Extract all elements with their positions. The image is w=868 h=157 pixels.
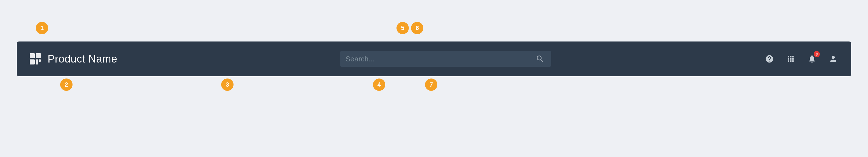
annotation-badge-1: 1: [36, 22, 48, 34]
search-button[interactable]: [534, 53, 546, 64]
svg-rect-4: [36, 59, 38, 64]
search-icon: [536, 54, 545, 63]
svg-rect-3: [30, 59, 35, 64]
page-wrapper: 1 2 3 4 5 6 7 Product Name: [0, 0, 868, 157]
search-input[interactable]: [345, 55, 531, 63]
notifications-button[interactable]: 3: [805, 52, 819, 66]
svg-rect-2: [36, 53, 41, 58]
svg-rect-1: [30, 53, 35, 58]
notification-count: 3: [814, 51, 820, 57]
apps-icon: [786, 54, 795, 63]
logo-area: Product Name: [28, 52, 117, 66]
annotation-badge-2: 2: [60, 78, 72, 91]
logo-icon: [28, 52, 42, 66]
product-name: Product Name: [48, 53, 117, 65]
help-button[interactable]: [763, 52, 776, 66]
svg-rect-5: [39, 59, 41, 62]
right-icons: 3: [763, 52, 840, 66]
user-icon: [829, 54, 838, 63]
apps-button[interactable]: [784, 52, 798, 66]
user-button[interactable]: [827, 52, 840, 66]
annotation-badge-5: 5: [397, 22, 409, 34]
annotation-badge-7: 7: [425, 78, 437, 91]
search-area: [340, 51, 551, 67]
annotation-badge-6: 6: [411, 22, 423, 34]
help-icon: [765, 54, 774, 63]
annotation-badge-4: 4: [373, 78, 385, 91]
annotation-badge-3: 3: [221, 78, 234, 91]
search-container: [340, 51, 551, 67]
navbar: Product Name: [17, 42, 851, 76]
